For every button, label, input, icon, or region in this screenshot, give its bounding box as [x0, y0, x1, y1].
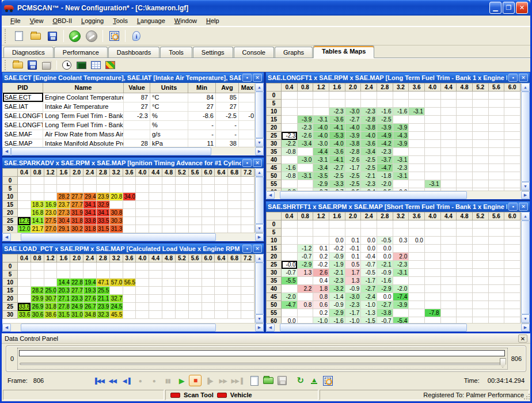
map-cell[interactable] [345, 92, 361, 100]
map-cell[interactable] [188, 225, 202, 233]
scroll-right-icon[interactable]: ▶ [255, 147, 264, 155]
map-cell[interactable] [136, 295, 149, 303]
map-cell[interactable] [282, 245, 298, 253]
map-cell[interactable] [472, 116, 488, 124]
map-cell[interactable] [297, 237, 313, 245]
map-cell[interactable]: -3.9 [345, 132, 361, 140]
map-cell[interactable] [440, 180, 457, 188]
scroll-down-icon[interactable]: ▼ [521, 182, 530, 191]
step-forward-button[interactable]: ▐▶ [203, 375, 215, 386]
map-cell[interactable] [83, 177, 97, 185]
scroll-left-icon[interactable]: ◀ [2, 233, 11, 241]
map-cell[interactable] [393, 309, 409, 317]
map-cell[interactable] [457, 116, 473, 124]
map-cell[interactable] [282, 220, 298, 229]
map-cell[interactable] [175, 185, 188, 193]
map-cell[interactable] [472, 309, 488, 317]
map-cell[interactable] [329, 100, 345, 108]
map-cell[interactable] [457, 245, 473, 253]
map-cell[interactable]: -2.0 [393, 285, 409, 293]
map-cell[interactable] [393, 180, 409, 188]
map-cell[interactable] [457, 293, 473, 301]
map-cell[interactable]: -2.3 [329, 108, 345, 116]
load-pct-panel-titlebar[interactable]: SAE.LOAD_PCT x SAE.RPM x SAE.MAP [Calcul… [2, 244, 264, 254]
map-cell[interactable] [472, 301, 488, 309]
map-cell[interactable] [149, 209, 162, 217]
map-cell[interactable]: 28.2 [57, 193, 70, 201]
map-cell[interactable] [202, 201, 215, 209]
map-cell[interactable]: -3.5 [313, 172, 329, 180]
watch-col-header[interactable]: Value [124, 83, 150, 93]
map-cell[interactable]: -3.1 [313, 116, 329, 124]
map-cell[interactable] [31, 193, 44, 201]
map-cell[interactable]: -2.7 [329, 164, 345, 172]
map-cell[interactable] [472, 124, 488, 132]
map-cell[interactable]: 0.0 [377, 245, 393, 253]
map-cell[interactable] [188, 287, 202, 295]
tab-graphs[interactable]: Graphs [275, 47, 313, 58]
map-cell[interactable]: -2.3 [297, 124, 313, 132]
map-cell[interactable] [202, 303, 215, 311]
map-cell[interactable] [297, 277, 313, 285]
map-cell[interactable] [162, 217, 176, 225]
map-cell[interactable]: 23.3 [70, 295, 83, 303]
minimize-button[interactable]: ▁ [489, 2, 501, 14]
menu-item-obd-ii[interactable]: OBD-II [48, 16, 76, 25]
map-cell[interactable] [297, 164, 313, 172]
map-cell[interactable] [457, 172, 473, 180]
map-cell[interactable] [504, 229, 520, 237]
restore-button[interactable]: ❐ [503, 2, 515, 14]
map-cell[interactable] [202, 279, 215, 287]
map-cell[interactable] [472, 132, 488, 140]
map-cell[interactable] [472, 220, 488, 229]
map-cell[interactable]: 14.4 [57, 279, 70, 287]
map-cell[interactable]: -3.8 [361, 124, 377, 132]
map-cell[interactable]: -3.9 [393, 140, 409, 148]
map-cell[interactable]: 56.5 [123, 279, 136, 287]
map-cell[interactable]: 34.8 [83, 311, 97, 319]
map-cell[interactable]: 1.8 [313, 285, 329, 293]
panel-minimize-icon[interactable]: ▪ [242, 74, 252, 82]
map-cell[interactable] [504, 164, 520, 172]
map-cell[interactable] [409, 180, 425, 188]
map-cell[interactable] [488, 253, 504, 261]
map-cell[interactable] [215, 209, 228, 217]
map-cell[interactable] [409, 293, 425, 301]
map-cell[interactable] [472, 100, 488, 108]
map-cell[interactable] [424, 140, 440, 148]
map-cell[interactable] [440, 140, 457, 148]
map-cell[interactable] [488, 285, 504, 293]
tab-tools[interactable]: Tools [160, 47, 192, 58]
map-cell[interactable]: -3.1 [297, 172, 313, 180]
map-cell[interactable] [215, 295, 228, 303]
map-cell[interactable]: 0.8 [313, 293, 329, 301]
map-cell[interactable] [109, 177, 123, 185]
map-cell[interactable] [440, 245, 457, 253]
map-cell[interactable]: -4.1 [329, 124, 345, 132]
capture-region-icon[interactable] [107, 29, 121, 44]
map-cell[interactable] [504, 285, 520, 293]
watch-col-header[interactable]: Max [239, 83, 255, 93]
panel-minimize-icon[interactable]: ▪ [242, 159, 252, 167]
map-cell[interactable] [424, 156, 440, 164]
map-cell[interactable] [202, 287, 215, 295]
map-cell[interactable]: 22.8 [70, 279, 83, 287]
map-cell[interactable] [393, 116, 409, 124]
map-cell[interactable] [393, 229, 409, 237]
horizontal-scrollbar[interactable]: ◀ ▶ [266, 323, 530, 332]
scroll-down-icon[interactable]: ▼ [521, 314, 530, 323]
map-cell[interactable]: -1.0 [313, 317, 329, 324]
map-cell[interactable]: -3.9 [393, 301, 409, 309]
map-cell[interactable] [440, 237, 457, 245]
map-cell[interactable] [175, 209, 188, 217]
map-cell[interactable] [457, 148, 473, 156]
map-cell[interactable] [31, 271, 44, 279]
map-cell[interactable]: 26.7 [83, 303, 97, 311]
map-cell[interactable]: 31.0 [70, 311, 83, 319]
map-cell[interactable] [504, 148, 520, 156]
map-cell[interactable] [202, 295, 215, 303]
map-cell[interactable] [488, 92, 504, 100]
map-cell[interactable]: 31.5 [57, 311, 70, 319]
map-cell[interactable]: -2.3 [329, 277, 345, 285]
shrtft1-panel-titlebar[interactable]: SAE.SHRTFT1 x SAE.RPM x SAE.MAP [Short T… [266, 202, 530, 212]
